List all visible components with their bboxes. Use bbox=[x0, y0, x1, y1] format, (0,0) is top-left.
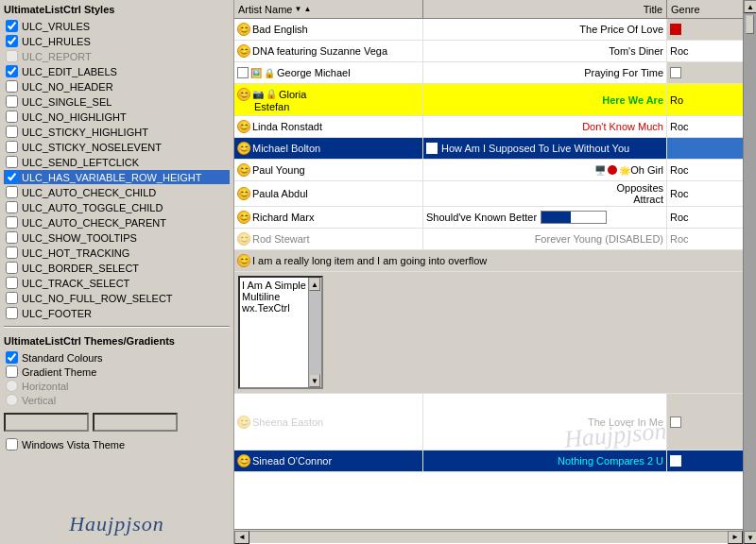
hscroll-right-btn[interactable]: ► bbox=[728, 531, 743, 544]
gradient-theme-checkbox[interactable] bbox=[6, 366, 18, 378]
vrules-checkbox[interactable] bbox=[6, 20, 18, 32]
style-item-single-sel[interactable]: ULC_SINGLE_SEL bbox=[4, 94, 230, 109]
title-text: Nothing Compares 2 U bbox=[558, 455, 663, 467]
style-item-footer[interactable]: ULC_FOOTER bbox=[4, 306, 230, 320]
style-item-no-full-row-select[interactable]: ULC_NO_FULL_ROW_SELECT bbox=[4, 291, 230, 305]
style-item-report[interactable]: ULC_REPORT bbox=[4, 49, 230, 63]
style-item-auto-check-parent[interactable]: ULC_AUTO_CHECK_PARENT bbox=[4, 215, 230, 230]
variable-row-height-checkbox[interactable] bbox=[6, 171, 18, 183]
hscroll-left-btn[interactable]: ◄ bbox=[234, 531, 249, 544]
windows-vista-theme-item[interactable]: Windows Vista Theme bbox=[4, 437, 230, 451]
auto-toggle-child-checkbox[interactable] bbox=[6, 201, 18, 213]
auto-check-child-checkbox[interactable] bbox=[6, 186, 18, 198]
style-item-auto-check-child[interactable]: ULC_AUTO_CHECK_CHILD bbox=[4, 185, 230, 199]
standard-colours-label: Standard Colours bbox=[22, 352, 103, 364]
standard-colours-checkbox[interactable] bbox=[6, 351, 18, 364]
style-item-vrules[interactable]: ULC_VRULES bbox=[4, 19, 230, 33]
no-header-label: ULC_NO_HEADER bbox=[22, 81, 113, 93]
vscroll-thumb[interactable] bbox=[746, 15, 754, 34]
horizontal-radio-item[interactable]: Horizontal bbox=[4, 379, 230, 393]
vertical-radio-item[interactable]: Vertical bbox=[4, 393, 230, 407]
text-ctrl-box[interactable]: I Am A Simple Multiline wx.TexCtrl ▲ ▼ bbox=[238, 276, 323, 389]
title-text: Here We Are bbox=[602, 94, 663, 106]
style-item-send-leftclick[interactable]: ULC_SEND_LEFTCLICK bbox=[4, 155, 230, 169]
vscroll-up-btn[interactable]: ▲ bbox=[744, 0, 756, 13]
standard-colours-item[interactable]: Standard Colours bbox=[4, 350, 230, 365]
border-select-label: ULC_BORDER_SELECT bbox=[22, 263, 139, 274]
style-item-edit-labels[interactable]: ULC_EDIT_LABELS bbox=[4, 64, 230, 78]
sticky-highlight-checkbox[interactable] bbox=[6, 126, 18, 138]
style-item-border-select[interactable]: ULC_BORDER_SELECT bbox=[4, 261, 230, 275]
style-item-hot-tracking[interactable]: ULC_HOT_TRACKING bbox=[4, 246, 230, 260]
smiley-icon bbox=[237, 44, 250, 58]
smiley-icon bbox=[237, 187, 250, 200]
vrules-label: ULC_VRULES bbox=[22, 21, 90, 32]
title-cell: Don't Know Much bbox=[423, 116, 667, 137]
track-select-checkbox[interactable] bbox=[6, 277, 18, 289]
inline-icons: 🖥️ 🌟 bbox=[594, 165, 630, 176]
edit-labels-checkbox[interactable] bbox=[6, 65, 18, 77]
scroll-up-btn[interactable]: ▲ bbox=[309, 278, 320, 291]
genre-cell: Roc bbox=[667, 160, 743, 180]
artist-cell: Paula Abdul bbox=[234, 181, 423, 206]
style-item-sticky-noselevent[interactable]: ULC_STICKY_NOSELEVENT bbox=[4, 140, 230, 154]
genre-header[interactable]: Genre bbox=[667, 0, 743, 18]
single-sel-checkbox[interactable] bbox=[6, 95, 18, 108]
artist-cell: Paul Young bbox=[234, 160, 423, 180]
slider-2[interactable] bbox=[93, 413, 178, 432]
vscroll-down-btn[interactable]: ▼ bbox=[744, 531, 756, 544]
genre-cell: Roc bbox=[667, 41, 743, 61]
vertical-radio[interactable] bbox=[6, 394, 18, 406]
sticky-noselevent-checkbox[interactable] bbox=[6, 141, 18, 153]
style-item-auto-toggle-child[interactable]: ULC_AUTO_TOGGLE_CHILD bbox=[4, 200, 230, 214]
send-leftclick-checkbox[interactable] bbox=[6, 156, 18, 168]
no-header-checkbox[interactable] bbox=[6, 80, 18, 93]
footer-checkbox[interactable] bbox=[6, 307, 18, 319]
style-item-no-highlight[interactable]: ULC_NO_HIGHLIGHT bbox=[4, 110, 230, 124]
gradient-theme-item[interactable]: Gradient Theme bbox=[4, 365, 230, 379]
artist-name-header-label: Artist Name bbox=[238, 4, 292, 15]
no-highlight-checkbox[interactable] bbox=[6, 110, 18, 123]
scroll-down-btn[interactable]: ▼ bbox=[309, 374, 320, 387]
title-cell: Forever Young (DISABLED) bbox=[423, 229, 667, 249]
genre-cell bbox=[667, 450, 743, 471]
textctrl-area: I Am A Simple Multiline wx.TexCtrl ▲ ▼ bbox=[234, 272, 743, 393]
title-text: Don't Know Much bbox=[582, 121, 663, 132]
list-body[interactable]: Bad English The Price Of Love DNA featur… bbox=[234, 19, 743, 529]
genre-cell: Roc bbox=[667, 181, 743, 206]
style-item-show-tooltips[interactable]: ULC_SHOW_TOOLTIPS bbox=[4, 230, 230, 245]
slider-1[interactable] bbox=[4, 413, 89, 432]
artist-name: Rod Stewart bbox=[252, 233, 310, 245]
auto-check-parent-checkbox[interactable] bbox=[6, 216, 18, 229]
artist-name-header[interactable]: Artist Name ▼ ▲ bbox=[234, 0, 423, 18]
artist-cell: 🖼️ 🔒 George Michael bbox=[234, 62, 423, 83]
horizontal-radio[interactable] bbox=[6, 380, 18, 392]
title-header[interactable]: Title bbox=[423, 0, 667, 18]
windows-vista-checkbox[interactable] bbox=[6, 438, 18, 450]
title-text: Should've Known Better bbox=[426, 212, 537, 223]
lock2-icon: 🔒 bbox=[266, 89, 277, 99]
report-checkbox[interactable] bbox=[6, 50, 18, 62]
title-cell: Should've Known Better bbox=[423, 207, 667, 228]
hrules-checkbox[interactable] bbox=[6, 35, 18, 47]
vscroll-track[interactable] bbox=[744, 13, 756, 531]
table-row: Richard Marx Should've Known Better Roc bbox=[234, 207, 743, 229]
artist-name: Linda Ronstadt bbox=[252, 121, 322, 132]
table-row: Paul Young 🖥️ 🌟 Oh Girl Roc bbox=[234, 160, 743, 181]
border-select-checkbox[interactable] bbox=[6, 262, 18, 274]
style-item-variable-row-height[interactable]: ULC_HAS_VARIABLE_ROW_HEIGHT bbox=[4, 170, 230, 184]
hot-tracking-checkbox[interactable] bbox=[6, 246, 18, 259]
style-item-track-select[interactable]: ULC_TRACK_SELECT bbox=[4, 276, 230, 290]
white-box-icon bbox=[426, 143, 438, 154]
style-item-no-header[interactable]: ULC_NO_HEADER bbox=[4, 79, 230, 94]
show-tooltips-checkbox[interactable] bbox=[6, 231, 18, 244]
no-full-row-select-checkbox[interactable] bbox=[6, 292, 18, 304]
style-item-sticky-highlight[interactable]: ULC_STICKY_HIGHLIGHT bbox=[4, 125, 230, 139]
genre-cell bbox=[667, 19, 743, 40]
title-cell: The Lover In Me Haujpjson bbox=[423, 394, 667, 450]
hscroll-track[interactable] bbox=[249, 531, 728, 544]
style-item-hrules[interactable]: ULC_HRULES bbox=[4, 34, 230, 48]
list-header: Artist Name ▼ ▲ Title Genre bbox=[234, 0, 743, 19]
windows-vista-label: Windows Vista Theme bbox=[22, 439, 125, 450]
artist-cell: Rod Stewart bbox=[234, 229, 423, 249]
